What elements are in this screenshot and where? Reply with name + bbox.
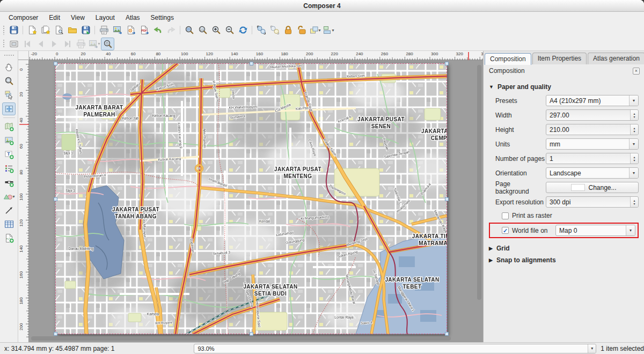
unlock-all-items-button[interactable]	[295, 24, 308, 36]
preview-atlas-button[interactable]	[7, 38, 20, 50]
selection-handle[interactable]	[54, 62, 57, 65]
deselect-all-button[interactable]	[268, 24, 281, 36]
export-as-pdf-button[interactable]: PDF	[137, 24, 151, 36]
save-project-button[interactable]	[7, 24, 20, 36]
svg-text:Kebon Jati: Kebon Jati	[122, 116, 139, 120]
world-file-map-combo[interactable]: Map 0 ▾	[555, 225, 635, 236]
svg-text:Lontar Raya: Lontar Raya	[334, 315, 354, 320]
select-items-button[interactable]	[254, 24, 268, 36]
add-basic-shape-button[interactable]: ▾	[2, 190, 16, 203]
group-snap-to-alignments[interactable]: ▶ Snap to alignments	[489, 256, 639, 264]
zoom-actual-button[interactable]: 1:1	[196, 24, 209, 36]
selection-handle[interactable]	[54, 332, 57, 336]
zoom-out-button[interactable]	[223, 24, 236, 36]
dropdown-caret-icon[interactable]: ▾	[98, 41, 100, 46]
menu-composer[interactable]: Composer	[3, 13, 43, 23]
close-icon[interactable]: ×	[633, 68, 640, 75]
toolbar-grip[interactable]	[3, 25, 5, 35]
toolbar-grip[interactable]	[3, 39, 5, 48]
tab-item-properties[interactable]: Item Properties	[532, 53, 587, 64]
tab-composition[interactable]: Composition	[485, 53, 531, 65]
add-new-map-button[interactable]	[2, 120, 16, 133]
selection-handle[interactable]	[445, 197, 449, 201]
selection-handle[interactable]	[250, 62, 253, 65]
align-selected-items-button[interactable]: ▾	[321, 24, 335, 36]
spin-buttons[interactable]: ▴▾	[630, 124, 638, 135]
pan-button[interactable]	[2, 61, 16, 73]
presets-combo[interactable]: A4 (210x297 mm) ▾	[546, 95, 639, 106]
horizontal-scrollbar[interactable]	[29, 336, 475, 341]
selection-handle[interactable]	[445, 332, 449, 336]
toolbar-grip[interactable]	[4, 54, 14, 57]
page-background-button[interactable]: Change...	[546, 182, 639, 193]
svg-text:0: 0	[56, 51, 58, 56]
composer-canvas[interactable]: Medan Merdeka SelKebon SirihKebon SirihJ…	[18, 51, 483, 342]
atlas-settings-icon	[103, 39, 113, 49]
print-as-raster-checkbox[interactable]	[502, 212, 509, 219]
orientation-combo[interactable]: Landscape ▾	[546, 167, 639, 179]
duplicate-composition-button[interactable]	[39, 24, 52, 36]
dropdown-caret-icon[interactable]: ▾	[12, 194, 14, 199]
export-resolution-spinbox[interactable]: 300 dpi ▴▾	[546, 196, 639, 208]
add-arrow-button[interactable]	[2, 204, 16, 217]
menu-atlas[interactable]: Atlas	[120, 13, 145, 23]
composition-page[interactable]: Medan Merdeka SelKebon SirihKebon SirihJ…	[55, 63, 447, 334]
menu-view[interactable]: View	[65, 13, 90, 23]
svg-text:80: 80	[19, 169, 24, 174]
selection-handle[interactable]	[445, 62, 449, 65]
add-image-button[interactable]	[2, 134, 16, 147]
add-attribute-table-button[interactable]	[2, 218, 16, 231]
export-pdf-icon: PDF	[139, 25, 150, 35]
group-paper-and-quality[interactable]: ▼ Paper and quality	[489, 83, 639, 91]
zoom-full-button[interactable]	[182, 24, 196, 36]
selection-handle[interactable]	[250, 332, 253, 336]
add-new-label-button[interactable]: T	[2, 148, 16, 161]
menu-edit[interactable]: Edit	[43, 13, 65, 23]
nav-next-icon	[49, 39, 60, 49]
move-item-content-button[interactable]	[2, 102, 16, 115]
height-spinbox[interactable]: 210.00 ▴▾	[546, 124, 639, 135]
print-as-raster-row[interactable]: Print as raster	[502, 211, 639, 220]
spin-buttons[interactable]: ▴▾	[630, 197, 638, 207]
dropdown-caret-icon[interactable]: ▾	[318, 28, 320, 33]
width-spinbox[interactable]: 297.00 ▴▾	[546, 109, 639, 121]
world-file-checkbox[interactable]: ✓	[502, 227, 509, 234]
selection-handle[interactable]	[54, 197, 57, 201]
lock-selected-items-button[interactable]	[281, 24, 295, 36]
print-button[interactable]	[97, 24, 111, 36]
save-as-template-button[interactable]	[79, 24, 92, 36]
atlas-settings-button[interactable]	[101, 38, 114, 50]
svg-text:80: 80	[156, 51, 160, 56]
map-item[interactable]: Medan Merdeka SelKebon SirihKebon SirihJ…	[55, 63, 447, 334]
spin-buttons[interactable]: ▴▾	[630, 153, 638, 164]
select-move-item-button[interactable]	[2, 88, 16, 101]
new-composition-button[interactable]	[25, 24, 39, 36]
export-image-icon	[112, 25, 123, 35]
units-combo[interactable]: mm ▾	[546, 138, 639, 150]
world-file-row[interactable]: ✓ World file on	[502, 227, 555, 234]
add-html-frame-button[interactable]: </>	[2, 232, 16, 245]
add-new-scalebar-button[interactable]	[2, 176, 16, 189]
undo-button[interactable]	[151, 24, 164, 36]
tab-atlas-generation[interactable]: Atlas generation	[588, 53, 644, 64]
add-new-legend-button[interactable]	[2, 162, 16, 175]
menu-layout[interactable]: Layout	[90, 13, 120, 23]
spin-buttons[interactable]: ▴▾	[630, 110, 638, 120]
svg-text:Slipi 3: Slipi 3	[65, 189, 75, 193]
export-as-svg-button[interactable]	[124, 24, 137, 36]
refresh-view-button[interactable]	[236, 24, 250, 36]
svg-text:240: 240	[356, 51, 363, 56]
zoom-level-combo[interactable]: 93.0% ▾	[194, 344, 596, 353]
titlebar[interactable]: Composer 4	[0, 0, 644, 12]
menu-settings[interactable]: Settings	[145, 13, 179, 23]
num-pages-spinbox[interactable]: 1 ▴▾	[546, 153, 639, 164]
zoom-button[interactable]	[2, 75, 16, 87]
load-from-template-button[interactable]	[65, 24, 79, 36]
zoom-in-button[interactable]	[209, 24, 223, 36]
raise-selected-items-button[interactable]: ▾	[308, 24, 321, 36]
composer-manager-button[interactable]	[52, 24, 65, 36]
group-grid[interactable]: ▶ Grid	[489, 245, 639, 252]
vertical-scrollbar[interactable]	[477, 62, 482, 335]
export-as-image-button[interactable]	[111, 24, 124, 36]
dropdown-caret-icon[interactable]: ▾	[332, 28, 334, 33]
